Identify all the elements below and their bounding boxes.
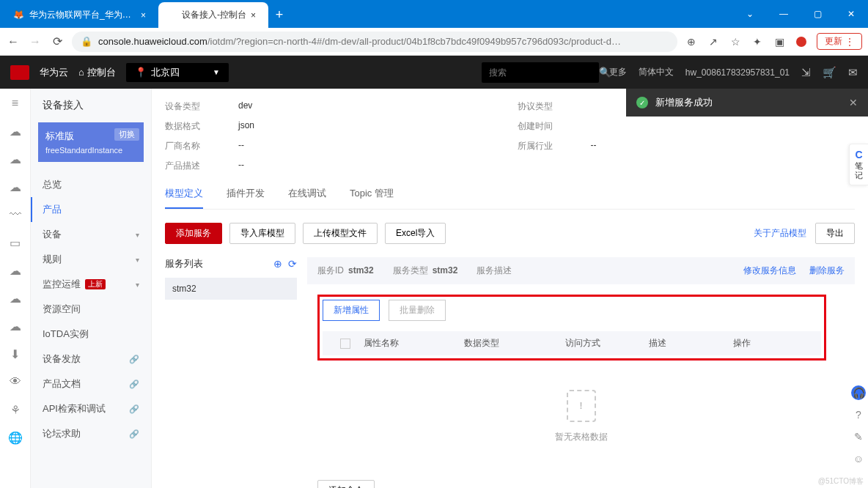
tab-model[interactable]: 模型定义 (165, 187, 203, 209)
sidebar-item-resource[interactable]: 资源空间 (31, 297, 151, 322)
share2-icon[interactable]: ⚘ (8, 402, 23, 417)
attributes-section: 新增属性 批量删除 属性名称 数据类型 访问方式 描述 操作 (307, 284, 855, 488)
cloud3-icon[interactable]: ☁ (8, 180, 23, 194)
sidebar-item-forum[interactable]: 论坛求助🔗 (31, 421, 151, 446)
help-icon[interactable]: ? (851, 407, 866, 422)
region-selector[interactable]: 📍 北京四 ▼ (126, 63, 229, 82)
account-link[interactable]: hw_008617832957831_01 (685, 67, 790, 78)
info-value: -- (238, 160, 503, 172)
globe-icon[interactable]: 🌐 (8, 430, 23, 445)
download-icon[interactable]: ⬇ (8, 347, 23, 361)
cart-icon[interactable]: 🛒 (823, 66, 836, 79)
icon-rail: ≡ ☁ ☁ ☁ 〰 ▭ ☁ ☁ ☁ ⬇ 👁 ⚘ 🌐 (0, 89, 31, 488)
th-type: 数据类型 (464, 337, 564, 350)
header-search[interactable]: 🔍 (482, 62, 599, 83)
close-icon[interactable]: ✕ (849, 97, 858, 108)
dropdown-icon[interactable]: ⌄ (733, 0, 767, 28)
feedback-icon[interactable]: ✎ (851, 429, 866, 444)
sidebar-item-device[interactable]: 设备▾ (31, 222, 151, 247)
cloud6-icon[interactable]: ☁ (8, 319, 23, 333)
refresh-icon[interactable]: ⟳ (288, 258, 297, 270)
star-icon[interactable]: ☆ (729, 35, 742, 48)
add-service-button[interactable]: 添加服务 (165, 223, 222, 244)
th-access: 访问方式 (565, 337, 649, 350)
sidebar-item-product[interactable]: 产品 (31, 197, 151, 222)
excel-import-button[interactable]: Excel导入 (385, 223, 446, 244)
eye-icon[interactable]: 👁 (8, 374, 23, 389)
switch-button[interactable]: 切换 (114, 128, 139, 141)
notes-icon: C (853, 149, 865, 161)
sidebar-item-api[interactable]: API检索和调试🔗 (31, 396, 151, 421)
browser-tab-1[interactable]: 🦊 华为云物联网平台_华为云IoT平台 × (6, 2, 158, 28)
edit-service-link[interactable]: 修改服务信息 (743, 265, 796, 277)
external-icon: 🔗 (129, 429, 139, 439)
select-all-checkbox[interactable] (340, 339, 350, 349)
upload-model-button[interactable]: 上传模型文件 (303, 223, 378, 244)
cloud2-icon[interactable]: ☁ (8, 152, 23, 166)
tab-plugin[interactable]: 插件开发 (227, 187, 265, 209)
menu-icon[interactable]: ≡ (8, 96, 23, 111)
cloud5-icon[interactable]: ☁ (8, 291, 23, 306)
delete-service-link[interactable]: 删除服务 (809, 265, 845, 277)
close-icon[interactable]: × (141, 10, 151, 21)
add-attribute-button[interactable]: 新增属性 (323, 300, 380, 321)
sidebar-item-provision[interactable]: 设备发放🔗 (31, 347, 151, 371)
device-icon[interactable]: ▭ (8, 235, 23, 250)
notes-dock[interactable]: C 笔记 (849, 144, 868, 185)
header-right: 更多 简体中文 hw_008617832957831_01 ⇲ 🛒 ✉ (609, 66, 858, 79)
search-input[interactable] (489, 67, 599, 78)
browser-tab-2[interactable]: 设备接入-控制台 × (158, 2, 268, 28)
external-icon: 🔗 (129, 404, 139, 414)
about-model-link[interactable]: 关于产品模型 (754, 227, 806, 240)
chevron-down-icon: ▾ (136, 231, 139, 239)
sidebar-item-monitor[interactable]: 监控运维上新▾ (31, 272, 151, 297)
sidebar-item-rule[interactable]: 规则▾ (31, 247, 151, 272)
info-label: 数据格式 (165, 120, 224, 133)
chart-icon[interactable]: 〰 (8, 207, 23, 222)
new-tab-button[interactable]: + (268, 2, 290, 28)
maximize-button[interactable]: ▢ (801, 0, 834, 28)
tab-debug[interactable]: 在线调试 (288, 187, 326, 209)
sidebar-item-overview[interactable]: 总览 (31, 172, 151, 197)
tab-topic[interactable]: Topic 管理 (350, 187, 394, 209)
cloud4-icon[interactable]: ☁ (8, 263, 23, 278)
export-button[interactable]: 导出 (815, 223, 855, 244)
export-icon[interactable]: ⇲ (801, 66, 811, 79)
mail-icon[interactable]: ✉ (848, 66, 858, 79)
close-icon[interactable]: × (251, 10, 261, 21)
forward-button[interactable]: → (28, 35, 43, 48)
success-toast: ✓ 新增服务成功 ✕ (626, 89, 868, 117)
lang-link[interactable]: 简体中文 (639, 66, 674, 78)
reload-button[interactable]: ⟳ (50, 34, 65, 48)
block-icon[interactable]: ▣ (773, 35, 786, 48)
puzzle-icon[interactable]: ✦ (751, 35, 764, 48)
attr-table-header: 属性名称 数据类型 访问方式 描述 操作 (323, 331, 821, 355)
close-window-button[interactable]: ✕ (834, 0, 868, 28)
minimize-button[interactable]: ― (767, 0, 801, 28)
record-icon[interactable] (795, 35, 808, 48)
new-badge: 上新 (85, 279, 106, 289)
batch-delete-button[interactable]: 批量删除 (389, 300, 446, 321)
sidebar-item-docs[interactable]: 产品文档🔗 (31, 371, 151, 396)
import-lib-button[interactable]: 导入库模型 (229, 223, 295, 244)
add-icon[interactable]: ⊕ (273, 258, 282, 270)
cloud-icon[interactable]: ☁ (8, 124, 23, 138)
update-button[interactable]: 更新 ⋮ (817, 33, 862, 50)
headset-icon[interactable]: 🎧 (851, 385, 866, 400)
service-item[interactable]: stm32 (165, 278, 297, 300)
sidebar-item-instance[interactable]: IoTDA实例 (31, 322, 151, 347)
share-icon[interactable]: ↗ (707, 35, 720, 48)
translate-icon[interactable]: ⊕ (685, 35, 698, 48)
info-value: json (238, 120, 503, 133)
back-button[interactable]: ← (6, 35, 21, 48)
brand-label: 华为云 (40, 66, 68, 79)
plan-card[interactable]: 标准版 切换 freeStandardInstance (38, 122, 144, 162)
label: 服务类型 (393, 265, 428, 276)
url-field[interactable]: 🔒 console.huaweicloud.com/iotdm/?region=… (72, 32, 677, 52)
console-button[interactable]: ⌂ 控制台 (78, 66, 116, 79)
smile-icon[interactable]: ☺ (851, 451, 866, 466)
more-link[interactable]: 更多 (609, 66, 627, 78)
add-command-button[interactable]: 添加命令 (317, 480, 375, 488)
home-icon: ⌂ (78, 67, 84, 78)
tab-favicon: 🦊 (13, 10, 25, 21)
